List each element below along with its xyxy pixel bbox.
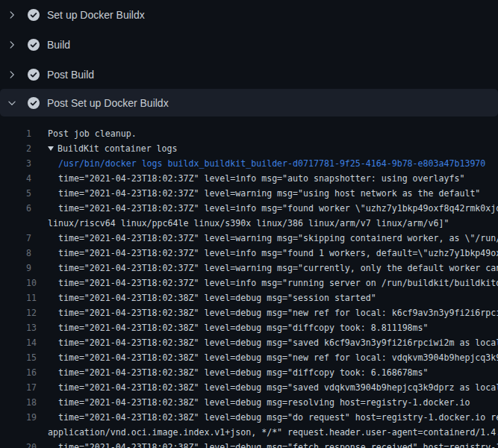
log-line[interactable]: 19 time="2021-04-23T18:02:38Z" level=deb… [0,410,498,425]
steps-list: Set up Docker Buildx Build P [0,0,498,116]
log-line[interactable]: 7 time="2021-04-23T18:02:37Z" level=warn… [0,231,498,246]
log-line-text: time="2021-04-23T18:02:38Z" level=debug … [48,305,498,320]
log-line-text: time="2021-04-23T18:02:37Z" level=info m… [48,246,498,261]
log-line-text: time="2021-04-23T18:02:38Z" level=debug … [48,290,376,305]
log-line[interactable]: linux/riscv64 linux/ppc64le linux/s390x … [0,216,498,231]
log-line[interactable]: 18 time="2021-04-23T18:02:38Z" level=deb… [0,395,498,410]
log-line-number: 20 [26,440,37,448]
check-circle-icon [28,39,40,51]
step-title: Post Set up Docker Buildx [47,97,169,109]
log-line-number: 11 [26,290,37,305]
log-line-number: 4 [26,171,31,186]
log-line-text: time="2021-04-23T18:02:38Z" level=debug … [48,320,429,335]
log-line[interactable]: 15 time="2021-04-23T18:02:38Z" level=deb… [0,350,498,365]
log-line-text: time="2021-04-23T18:02:38Z" level=debug … [48,395,470,410]
log-line-number: 14 [26,335,37,350]
log-line-text: time="2021-04-23T18:02:38Z" level=debug … [48,440,498,448]
step-title: Build [47,39,70,51]
log-line-text: time="2021-04-23T18:02:38Z" level=debug … [48,410,498,425]
log-line-text: time="2021-04-23T18:02:37Z" level=info m… [48,201,498,216]
log-line-text: application/vnd.oci.image.index.v1+json,… [48,425,498,440]
step-section-2[interactable]: Build [0,30,498,60]
log-line-text: time="2021-04-23T18:02:37Z" level=info m… [48,171,464,186]
log-line[interactable]: 4 time="2021-04-23T18:02:37Z" level=info… [0,171,498,186]
log-line-text: linux/riscv64 linux/ppc64le linux/s390x … [48,216,449,231]
log-line-number: 12 [26,305,37,320]
chevron-icon[interactable] [6,39,18,51]
log-line-number: 3 [26,156,31,171]
log-line[interactable]: 6 time="2021-04-23T18:02:37Z" level=info… [0,201,498,216]
log-line[interactable]: application/vnd.oci.image.index.v1+json,… [0,425,498,440]
check-circle-icon [28,69,40,81]
log-line-text: time="2021-04-23T18:02:38Z" level=debug … [48,350,498,365]
log-line[interactable]: 10 time="2021-04-23T18:02:37Z" level=inf… [0,276,498,290]
log-line-number: 15 [26,350,37,365]
log-line[interactable]: 17 time="2021-04-23T18:02:38Z" level=deb… [0,380,498,395]
log-line[interactable]: 13 time="2021-04-23T18:02:38Z" level=deb… [0,320,498,335]
group-collapse-triangle-icon[interactable] [48,146,54,151]
log-line-number: 13 [26,320,37,335]
log-line-number: 18 [26,395,37,410]
log-viewer: 1 Post job cleanup. 2 BuildKit container… [0,119,498,448]
step-title: Set up Docker Buildx [47,9,145,21]
chevron-icon[interactable] [6,9,18,21]
log-line-number: 6 [26,201,31,216]
log-line-text: time="2021-04-23T18:02:38Z" level=debug … [48,380,498,395]
log-line-number: 5 [26,186,31,201]
log-line-number: 16 [26,365,37,380]
step-title: Post Build [47,69,94,81]
log-line[interactable]: 11 time="2021-04-23T18:02:38Z" level=deb… [0,290,498,305]
log-line-number: 17 [26,380,37,395]
step-section-1[interactable]: Set up Docker Buildx [0,0,498,30]
log-line-text: time="2021-04-23T18:02:38Z" level=debug … [48,365,429,380]
log-line-number: 7 [26,231,31,246]
chevron-icon[interactable] [6,97,18,109]
log-line-text: /usr/bin/docker logs buildx_buildkit_bui… [48,156,485,171]
log-line-text: time="2021-04-23T18:02:37Z" level=warnin… [48,231,498,246]
log-line[interactable]: 14 time="2021-04-23T18:02:38Z" level=deb… [0,335,498,350]
log-line-text: Post job cleanup. [48,126,137,141]
chevron-icon[interactable] [6,69,18,81]
log-line-text: time="2021-04-23T18:02:37Z" level=warnin… [48,261,498,276]
check-circle-icon [28,97,40,109]
log-line-number: 19 [26,410,37,425]
check-circle-icon [28,9,40,21]
log-line[interactable]: 5 time="2021-04-23T18:02:37Z" level=warn… [0,186,498,201]
log-line-number: 9 [26,261,31,276]
log-line-text: time="2021-04-23T18:02:37Z" level=info m… [48,276,498,290]
log-line-number: 10 [26,276,37,290]
log-line[interactable]: 3 /usr/bin/docker logs buildx_buildkit_b… [0,156,498,171]
log-line[interactable]: 1 Post job cleanup. [0,126,498,141]
log-line[interactable]: 12 time="2021-04-23T18:02:38Z" level=deb… [0,305,498,320]
log-line[interactable]: 2 BuildKit container logs [0,141,498,156]
step-section-4[interactable]: Post Set up Docker Buildx [0,89,498,116]
log-line-number: 1 [26,126,31,141]
log-line[interactable]: 16 time="2021-04-23T18:02:38Z" level=deb… [0,365,498,380]
log-line-number: 8 [26,246,31,261]
log-line-text: BuildKit container logs [48,141,178,156]
log-line-text: time="2021-04-23T18:02:37Z" level=warnin… [48,186,480,201]
log-line-text: time="2021-04-23T18:02:38Z" level=debug … [48,335,498,350]
log-line[interactable]: 20 time="2021-04-23T18:02:38Z" level=deb… [0,440,498,448]
log-line[interactable]: 8 time="2021-04-23T18:02:37Z" level=info… [0,246,498,261]
step-section-3[interactable]: Post Build [0,60,498,90]
log-line[interactable]: 9 time="2021-04-23T18:02:37Z" level=warn… [0,261,498,276]
log-line-number: 2 [26,141,31,156]
